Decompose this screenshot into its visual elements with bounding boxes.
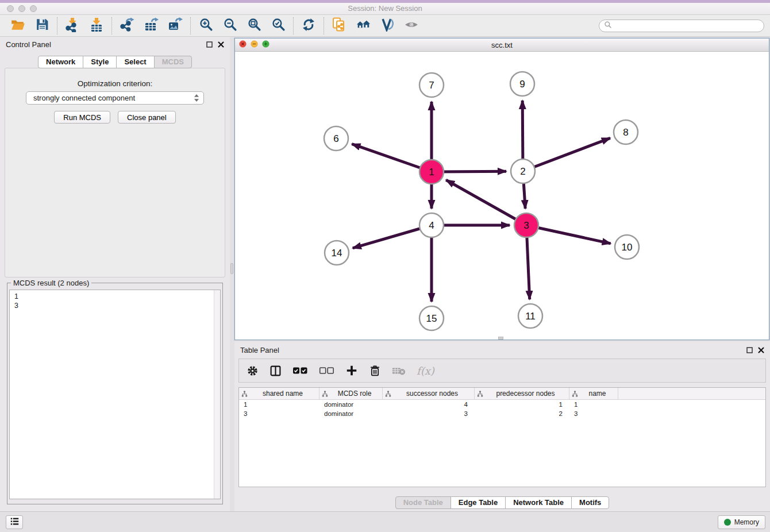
toolbar-separator <box>190 17 191 34</box>
column-header-successor-nodes[interactable]: successor nodes <box>383 388 475 399</box>
edge-3-1[interactable] <box>446 180 526 225</box>
import-table-icon <box>89 17 104 34</box>
edge-2-8[interactable] <box>523 138 610 171</box>
close-table-panel-icon[interactable] <box>758 347 764 353</box>
vizmapper-button[interactable] <box>375 17 399 35</box>
table-cell[interactable]: dominator <box>319 409 383 418</box>
import-network-button[interactable] <box>60 17 84 35</box>
eye-icon <box>404 17 419 34</box>
task-history-button[interactable] <box>6 515 23 529</box>
import-table-button[interactable] <box>84 17 109 35</box>
tab-edge-table[interactable]: Edge Table <box>451 496 506 509</box>
zoom-out-button[interactable] <box>218 17 242 35</box>
table-cell[interactable]: 1 <box>239 400 319 409</box>
run-mcds-button[interactable]: Run MCDS <box>54 111 110 124</box>
table-cell[interactable]: 1 <box>569 400 618 409</box>
table-cell[interactable]: 3 <box>383 409 475 418</box>
deselect-all-icon[interactable] <box>319 367 334 375</box>
node-label-14: 14 <box>332 248 342 259</box>
tab-network[interactable]: Network <box>38 56 83 68</box>
result-scrollbar[interactable] <box>214 290 220 499</box>
zoom-fit-button[interactable] <box>242 17 266 35</box>
table-panel: Table Panel f(x) shared nameMCDS rolesuc… <box>234 342 770 511</box>
edge-3-10[interactable] <box>526 225 611 244</box>
tab-style[interactable]: Style <box>83 56 117 68</box>
node-label-7: 7 <box>429 80 434 91</box>
table-cell[interactable]: 4 <box>383 400 475 409</box>
network-canvas[interactable]: 7968124314101511 <box>235 52 769 340</box>
save-disk-icon <box>35 17 49 34</box>
toolbar-separator <box>324 17 324 34</box>
show-columns-icon[interactable] <box>270 365 282 377</box>
save-session-button[interactable] <box>30 17 54 35</box>
vizmapper-icon <box>380 17 395 34</box>
column-header-shared-name[interactable]: shared name <box>239 388 319 399</box>
column-header-MCDS-role[interactable]: MCDS role <box>319 388 383 399</box>
toolbar-separator <box>293 17 294 34</box>
export-network-button[interactable] <box>115 17 139 35</box>
export-table-button[interactable] <box>139 17 163 35</box>
export-table-icon <box>144 17 159 34</box>
node-label-1: 1 <box>429 167 434 178</box>
zoom-in-button[interactable] <box>194 17 218 35</box>
clone-network-button[interactable] <box>327 17 351 35</box>
close-panel-icon[interactable] <box>218 41 224 48</box>
zoom-fit-icon <box>247 17 261 34</box>
import-network-icon <box>65 17 80 34</box>
tab-network-table[interactable]: Network Table <box>505 496 572 509</box>
add-column-icon[interactable] <box>345 364 358 377</box>
table-row[interactable]: 3dominator323 <box>239 409 765 418</box>
houses-icon <box>356 17 371 34</box>
export-image-button[interactable] <box>163 17 187 35</box>
zoom-selected-button[interactable] <box>266 17 290 35</box>
hierarchy-icon <box>477 391 483 397</box>
network-graph[interactable]: 7968124314101511 <box>235 52 769 340</box>
table-row[interactable]: 1dominator411 <box>239 400 765 409</box>
export-network-icon <box>120 17 134 34</box>
table-cell[interactable]: dominator <box>319 400 383 409</box>
float-table-panel-icon[interactable] <box>746 347 753 353</box>
table-cell[interactable]: 3 <box>569 409 618 418</box>
mcds-result-text: 1 3 <box>14 292 215 310</box>
criterion-value: strongly connected component <box>33 94 135 102</box>
list-icon <box>9 516 20 529</box>
hierarchy-icon <box>241 391 248 397</box>
tab-mcds[interactable]: MCDS <box>154 56 192 68</box>
close-panel-button[interactable]: Close panel <box>118 111 176 124</box>
delete-column-icon[interactable] <box>369 365 381 377</box>
tab-motifs[interactable]: Motifs <box>571 496 609 509</box>
table-cell[interactable]: 2 <box>475 409 569 418</box>
control-panel: Control Panel NetworkStyleSelectMCDS Opt… <box>0 37 230 511</box>
first-neighbors-button[interactable] <box>351 17 375 35</box>
splitter-grip[interactable] <box>230 263 233 274</box>
export-image-icon <box>168 17 183 34</box>
table-cell[interactable]: 3 <box>239 409 319 418</box>
open-session-button[interactable] <box>6 17 30 35</box>
window-resize-grip[interactable] <box>498 337 503 340</box>
application-window: Session: New Session Control <box>0 0 770 532</box>
zoom-out-icon <box>223 17 237 34</box>
memory-button[interactable]: Memory <box>718 515 765 529</box>
mcds-result-area[interactable]: 1 3 <box>9 290 221 499</box>
column-label: predecessor nodes <box>484 390 567 398</box>
hierarchy-icon <box>385 391 391 397</box>
table-settings-gear-icon[interactable] <box>247 365 259 377</box>
tab-node-table[interactable]: Node Table <box>395 496 451 509</box>
mcds-result-box: MCDS result (2 nodes) 1 3 <box>7 283 223 504</box>
float-panel-icon[interactable] <box>206 41 213 48</box>
column-header-predecessor-nodes[interactable]: predecessor nodes <box>475 388 569 399</box>
table-panel-title: Table Panel <box>240 346 279 354</box>
table-cell[interactable]: 1 <box>475 400 569 409</box>
tab-select[interactable]: Select <box>116 56 154 68</box>
content-area: Control Panel NetworkStyleSelectMCDS Opt… <box>0 37 770 511</box>
control-panel-header: Control Panel <box>0 37 230 52</box>
column-header-name[interactable]: name <box>569 388 618 399</box>
panel-splitter[interactable] <box>230 37 234 511</box>
search-input[interactable] <box>615 21 759 30</box>
criterion-dropdown[interactable]: strongly connected component <box>26 91 204 105</box>
hide-selected-button[interactable] <box>399 17 424 35</box>
refresh-button[interactable] <box>297 17 321 35</box>
select-all-icon[interactable] <box>292 367 308 375</box>
network-window-titlebar[interactable]: scc.txt <box>235 38 769 52</box>
node-label-8: 8 <box>623 127 628 138</box>
